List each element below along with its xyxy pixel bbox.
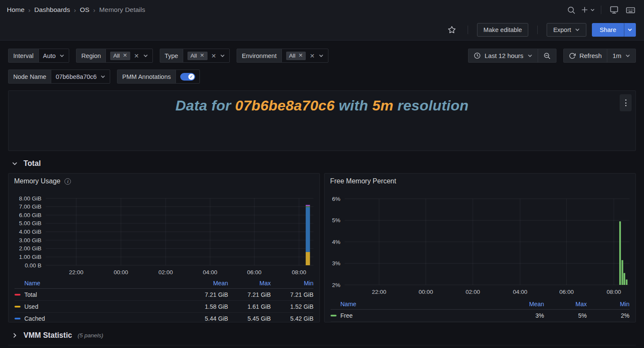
svg-text:06:00: 06:00 bbox=[247, 269, 262, 276]
legend-header: Name Mean Max Min bbox=[15, 278, 313, 289]
legend-header-mean[interactable]: Mean bbox=[501, 301, 544, 307]
chevron-down-icon bbox=[12, 160, 18, 167]
legend-header: Name Mean Max Min bbox=[331, 299, 629, 310]
free-memory-chart-canvas[interactable]: 6%5%4%3%2%22:0000:0002:0004:0006:0008:00 bbox=[329, 189, 631, 299]
series-toggle-free[interactable]: Free bbox=[331, 312, 501, 319]
pmm-annotations-label: PMM Annotations bbox=[117, 70, 176, 83]
series-toggle-used[interactable]: Used bbox=[15, 303, 185, 310]
region-chip-all[interactable]: All✕ bbox=[110, 52, 130, 60]
share-button[interactable]: Share bbox=[592, 23, 624, 37]
refresh-interval-select[interactable]: 1m bbox=[607, 49, 635, 62]
series-max: 7.21 GiB bbox=[228, 291, 271, 298]
legend-header-max[interactable]: Max bbox=[228, 280, 271, 287]
svg-text:02:00: 02:00 bbox=[465, 289, 480, 295]
remove-chip-icon[interactable]: ✕ bbox=[299, 53, 303, 58]
svg-text:4%: 4% bbox=[332, 239, 340, 245]
refresh-label: Refresh bbox=[580, 52, 602, 59]
panel-memory-usage: Memory Usage i 8.00 GiB7.00 GiB6.00 GiB5… bbox=[8, 173, 320, 322]
series-min: 7.21 GiB bbox=[271, 291, 313, 298]
chevron-down-icon bbox=[527, 53, 533, 58]
legend-header-mean[interactable]: Mean bbox=[185, 280, 228, 287]
clear-selection-icon[interactable]: ✕ bbox=[310, 52, 315, 59]
section-total[interactable]: Total bbox=[8, 154, 636, 173]
banner-panel: Data for 07b6be8a70c6 with 5m resolution bbox=[8, 90, 636, 151]
environment-variable: Environment All✕ ✕ bbox=[237, 49, 328, 63]
divider bbox=[537, 26, 538, 34]
svg-text:04:00: 04:00 bbox=[203, 269, 217, 276]
keyboard-icon[interactable] bbox=[624, 3, 637, 17]
legend-header-min[interactable]: Min bbox=[587, 301, 629, 307]
panel-menu-kebab-icon[interactable] bbox=[620, 94, 632, 111]
memory-usage-chart-canvas[interactable]: 8.00 GiB7.00 GiB6.00 GiB5.00 GiB4.00 GiB… bbox=[13, 189, 315, 278]
series-swatch bbox=[15, 318, 20, 319]
svg-text:5%: 5% bbox=[332, 217, 340, 223]
make-editable-button[interactable]: Make editable bbox=[477, 23, 528, 37]
region-select[interactable]: All✕ ✕ bbox=[106, 49, 152, 62]
filter-row-1: Interval Auto Region All✕ ✕ Type All✕ ✕ … bbox=[8, 49, 636, 63]
chevron-down-icon bbox=[590, 8, 595, 12]
interval-variable: Interval Auto bbox=[8, 49, 69, 63]
monitor-icon[interactable] bbox=[607, 3, 621, 17]
chevron-down-icon bbox=[627, 27, 632, 32]
environment-select[interactable]: All✕ ✕ bbox=[282, 49, 328, 62]
remove-chip-icon[interactable]: ✕ bbox=[200, 53, 204, 58]
legend-header-min[interactable]: Min bbox=[271, 280, 313, 287]
clear-selection-icon[interactable]: ✕ bbox=[134, 52, 139, 59]
breadcrumb-separator: › bbox=[74, 6, 76, 14]
divider bbox=[468, 26, 468, 34]
panel-memory-usage-header[interactable]: Memory Usage i bbox=[9, 174, 319, 189]
series-swatch bbox=[15, 294, 20, 296]
favorite-star-icon[interactable] bbox=[445, 23, 459, 37]
panel-free-memory-title: Free Memory Percent bbox=[330, 177, 396, 185]
interval-select[interactable]: Auto bbox=[39, 49, 69, 62]
add-panel-button[interactable] bbox=[580, 3, 595, 17]
pmm-annotations-toggle[interactable]: ✓ bbox=[180, 73, 195, 81]
node-name-select[interactable]: 07b6be8a70c6 bbox=[51, 70, 110, 83]
refresh-button[interactable]: Refresh bbox=[564, 49, 607, 62]
panel-memory-usage-title: Memory Usage bbox=[14, 177, 60, 185]
info-icon[interactable]: i bbox=[64, 178, 71, 185]
legend-row-total: Total 7.21 GiB 7.21 GiB 7.21 GiB bbox=[15, 289, 313, 301]
share-button-group: Share bbox=[592, 23, 636, 37]
series-mean: 3% bbox=[501, 312, 544, 319]
series-min: 5.42 GiB bbox=[271, 315, 313, 322]
environment-chip-all[interactable]: All✕ bbox=[286, 52, 306, 60]
section-vmm-statistic[interactable]: VMM Statistic (5 panels) bbox=[8, 326, 636, 345]
series-toggle-cached[interactable]: Cached bbox=[15, 315, 185, 322]
chip-label: All bbox=[113, 52, 120, 59]
svg-text:3%: 3% bbox=[332, 260, 340, 267]
svg-text:6.00 GiB: 6.00 GiB bbox=[19, 212, 41, 218]
breadcrumb-dashboards[interactable]: Dashboards bbox=[34, 6, 70, 14]
breadcrumb-os[interactable]: OS bbox=[80, 6, 89, 14]
panels-row: Memory Usage i 8.00 GiB7.00 GiB6.00 GiB5… bbox=[8, 173, 636, 322]
legend-header-name[interactable]: Name bbox=[15, 280, 185, 287]
svg-text:2%: 2% bbox=[332, 282, 340, 288]
panel-free-memory-header[interactable]: Free Memory Percent bbox=[325, 174, 635, 189]
series-min: 1.52 GiB bbox=[271, 303, 313, 310]
legend-header-max[interactable]: Max bbox=[544, 301, 587, 307]
breadcrumb-home[interactable]: Home bbox=[7, 6, 24, 14]
breadcrumb: Home › Dashboards › OS › Memory Details bbox=[7, 6, 145, 14]
toggle-knob: ✓ bbox=[188, 74, 194, 80]
zoom-out-button[interactable] bbox=[538, 49, 556, 62]
banner-segment-2: with bbox=[335, 97, 372, 113]
type-chip-all[interactable]: All✕ bbox=[187, 52, 208, 60]
time-range-label: Last 12 hours bbox=[485, 52, 524, 59]
refresh-icon bbox=[569, 52, 576, 59]
series-toggle-total[interactable]: Total bbox=[15, 291, 185, 298]
svg-text:6%: 6% bbox=[332, 196, 340, 202]
banner-segment-3: 5m bbox=[372, 97, 394, 113]
series-mean: 1.58 GiB bbox=[185, 303, 228, 310]
svg-text:1.00 GiB: 1.00 GiB bbox=[19, 254, 41, 260]
series-name: Cached bbox=[24, 315, 45, 322]
share-dropdown-button[interactable] bbox=[624, 23, 636, 37]
svg-text:08:00: 08:00 bbox=[292, 269, 306, 276]
export-button[interactable]: Export bbox=[547, 23, 586, 37]
time-range-picker[interactable]: Last 12 hours bbox=[468, 49, 538, 62]
type-select[interactable]: All✕ ✕ bbox=[183, 49, 229, 62]
search-icon[interactable] bbox=[564, 3, 578, 17]
remove-chip-icon[interactable]: ✕ bbox=[123, 53, 127, 58]
legend-header-name[interactable]: Name bbox=[331, 301, 501, 307]
svg-text:00:00: 00:00 bbox=[114, 269, 128, 276]
clear-selection-icon[interactable]: ✕ bbox=[211, 52, 217, 59]
